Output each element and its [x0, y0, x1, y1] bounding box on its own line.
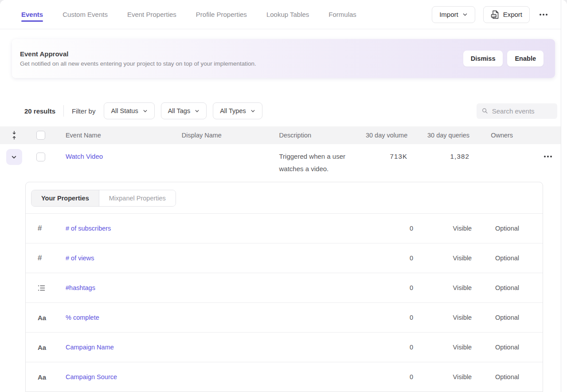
svg-text:csv: csv [492, 14, 496, 17]
property-requirement[interactable]: Optional [472, 255, 519, 262]
ellipsis-icon [543, 14, 544, 16]
row-more-menu-button[interactable] [542, 150, 554, 163]
property-row: # # of views 0 Visible Optional [26, 243, 543, 273]
tab-mixpanel-properties[interactable]: Mixpanel Properties [99, 190, 176, 206]
app-window: Events Custom Events Event Properties Pr… [0, 0, 567, 392]
main-scroll-area: Events Custom Events Event Properties Pr… [0, 0, 561, 392]
property-requirement[interactable]: Optional [472, 225, 519, 232]
tab-formulas[interactable]: Formulas [328, 0, 356, 29]
number-type-icon: # [38, 254, 42, 262]
property-value: 0 [378, 284, 413, 291]
text-type-icon: Aa [38, 314, 46, 321]
export-button-label: Export [503, 11, 522, 18]
top-actions: Import csv Export [432, 6, 549, 23]
property-visibility[interactable]: Visible [413, 373, 472, 380]
chevron-down-icon [11, 154, 17, 160]
event-description-cell: Triggered when a user watches a video. [279, 150, 359, 175]
property-visibility[interactable]: Visible [413, 314, 472, 321]
types-filter-dropdown[interactable]: All Types [213, 102, 262, 119]
property-name-link[interactable]: #hashtags [66, 284, 95, 291]
properties-tab-bar: Your Properties Mixpanel Properties [26, 182, 543, 213]
divider [63, 105, 64, 117]
property-visibility[interactable]: Visible [413, 284, 472, 291]
top-navigation: Events Custom Events Event Properties Pr… [0, 0, 561, 29]
number-type-icon: # [38, 224, 42, 232]
csv-file-icon: csv [491, 10, 499, 19]
banner-actions: Dismiss Enable [463, 51, 544, 67]
event-approval-banner: Event Approval Get notified on all new e… [12, 39, 555, 78]
column-owners: Owners [469, 132, 535, 139]
search-input[interactable] [492, 107, 552, 115]
results-count: 20 results [24, 107, 55, 115]
text-type-icon: Aa [38, 373, 46, 381]
types-filter-label: All Types [220, 107, 246, 114]
property-name-link[interactable]: Campaign Source [66, 373, 117, 380]
scrollbar-gutter[interactable] [561, 0, 567, 392]
export-button[interactable]: csv Export [483, 6, 530, 23]
event-name-link[interactable]: Watch Video [66, 153, 103, 160]
event-queries-cell: 1,382 [407, 150, 469, 163]
chevron-down-icon [250, 109, 255, 114]
property-value: 0 [378, 255, 413, 262]
import-button[interactable]: Import [432, 6, 475, 23]
tags-filter-dropdown[interactable]: All Tags [161, 102, 207, 119]
event-properties-panel: Your Properties Mixpanel Properties # # … [25, 182, 543, 392]
tab-events[interactable]: Events [21, 0, 43, 29]
tab-custom-events[interactable]: Custom Events [63, 0, 108, 29]
chevron-down-icon [195, 109, 199, 114]
status-filter-dropdown[interactable]: All Status [104, 102, 154, 119]
property-row: Aa Campaign Source 0 Visible Optional [26, 362, 543, 392]
column-description: Description [279, 132, 359, 139]
tags-filter-label: All Tags [168, 107, 191, 114]
property-visibility[interactable]: Visible [413, 344, 472, 351]
banner-description: Get notified on all new events entering … [20, 60, 256, 67]
banner-title: Event Approval [20, 50, 256, 58]
search-box [477, 103, 557, 119]
column-30-day-queries: 30 day queries [407, 132, 469, 139]
search-icon [482, 107, 488, 114]
properties-segmented-control: Your Properties Mixpanel Properties [31, 190, 176, 207]
collapse-all-icon[interactable] [11, 131, 18, 140]
enable-button[interactable]: Enable [507, 51, 544, 67]
property-visibility[interactable]: Visible [413, 225, 472, 232]
tab-profile-properties[interactable]: Profile Properties [196, 0, 247, 29]
property-row: # # of subscribers 0 Visible Optional [26, 213, 543, 243]
select-all-checkbox[interactable] [36, 131, 45, 140]
chevron-down-icon [462, 12, 468, 17]
banner-text: Event Approval Get notified on all new e… [20, 50, 256, 67]
property-row: Aa % complete 0 Visible Optional [26, 302, 543, 332]
property-row: #hashtags 0 Visible Optional [26, 273, 543, 302]
property-requirement[interactable]: Optional [472, 314, 519, 321]
tab-event-properties[interactable]: Event Properties [127, 0, 176, 29]
list-type-icon [38, 285, 45, 291]
dismiss-button[interactable]: Dismiss [463, 51, 503, 67]
filter-bar: 20 results Filter by All Status All Tags… [0, 102, 561, 119]
ellipsis-icon [547, 156, 549, 157]
tab-lookup-tables[interactable]: Lookup Tables [266, 0, 309, 29]
column-event-name: Event Name [53, 132, 182, 139]
event-volume-cell: 713K [359, 150, 407, 163]
property-requirement[interactable]: Optional [472, 373, 519, 380]
property-value: 0 [378, 373, 413, 380]
events-table-header: Event Name Display Name Description 30 d… [0, 126, 561, 144]
collapse-row-button[interactable] [6, 149, 22, 165]
property-value: 0 [378, 344, 413, 351]
column-30-day-volume: 30 day volume [359, 132, 407, 139]
property-value: 0 [378, 314, 413, 321]
property-value: 0 [378, 225, 413, 232]
tab-your-properties[interactable]: Your Properties [31, 190, 99, 206]
row-checkbox[interactable] [36, 153, 45, 161]
status-filter-label: All Status [111, 107, 138, 114]
property-name-link[interactable]: Campaign Name [66, 344, 114, 351]
property-name-link[interactable]: % complete [66, 314, 99, 321]
property-requirement[interactable]: Optional [472, 284, 519, 291]
filter-by-label: Filter by [72, 107, 95, 115]
property-requirement[interactable]: Optional [472, 344, 519, 351]
property-name-link[interactable]: # of views [66, 255, 94, 262]
property-visibility[interactable]: Visible [413, 255, 472, 262]
more-menu-button[interactable] [538, 6, 549, 23]
event-row-watch-video: Watch Video Triggered when a user watche… [0, 144, 561, 175]
column-display-name: Display Name [182, 132, 279, 139]
property-name-link[interactable]: # of subscribers [66, 225, 111, 232]
chevron-down-icon [143, 109, 148, 114]
